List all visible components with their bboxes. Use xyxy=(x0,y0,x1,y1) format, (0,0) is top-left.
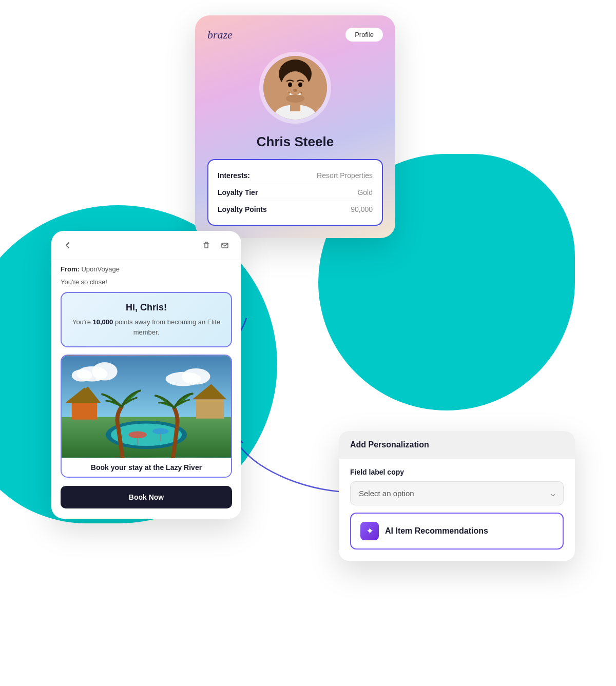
email-image-container: Book your stay at the Lazy River xyxy=(61,355,232,478)
svg-point-13 xyxy=(92,362,117,381)
detail-row-loyalty-tier: Loyalty Tier Gold xyxy=(218,184,373,201)
avatar-container xyxy=(207,52,383,124)
avatar-ring xyxy=(259,52,331,124)
trash-icon[interactable] xyxy=(199,238,214,252)
svg-point-16 xyxy=(182,368,210,385)
select-placeholder-text: Select an option xyxy=(359,489,414,498)
detail-row-interests: Interests: Resort Properties xyxy=(218,167,373,184)
email-hero-section: Hi, Chris! You're 10,000 points away fro… xyxy=(61,292,232,347)
email-body: You're 10,000 points away from becoming … xyxy=(70,317,223,337)
svg-rect-7 xyxy=(290,102,300,111)
avatar xyxy=(263,56,327,120)
email-from: From: UponVoyage xyxy=(51,260,241,278)
profile-button[interactable]: Profile xyxy=(345,28,383,42)
ai-btn-label: AI Item Recommendations xyxy=(385,526,488,536)
svg-point-3 xyxy=(288,83,292,87)
from-label: From: xyxy=(61,265,80,273)
svg-rect-24 xyxy=(196,399,224,419)
svg-point-26 xyxy=(128,431,147,438)
loyalty-points-value: 90,000 xyxy=(351,205,373,213)
email-image-caption: Book your stay at the Lazy River xyxy=(62,458,231,477)
profile-card-header: braze Profile xyxy=(207,28,383,42)
panel-body: Field label copy Select an option ⌵ ✦ AI… xyxy=(339,459,575,561)
email-hero-image xyxy=(62,356,231,458)
loyalty-tier-value: Gold xyxy=(357,188,373,197)
loyalty-tier-label: Loyalty Tier xyxy=(218,188,258,197)
select-dropdown[interactable]: Select an option ⌵ xyxy=(350,481,564,505)
email-body-prefix: You're xyxy=(72,318,93,326)
email-greeting: Hi, Chris! xyxy=(70,302,223,313)
svg-point-8 xyxy=(286,94,304,103)
personalization-panel: Add Personalization Field label copy Sel… xyxy=(339,431,575,561)
ai-sparkle-icon: ✦ xyxy=(360,522,379,540)
mail-icon[interactable] xyxy=(218,238,232,252)
email-toolbar xyxy=(51,231,241,260)
interests-label: Interests: xyxy=(218,171,250,180)
ai-recommendation-button[interactable]: ✦ AI Item Recommendations xyxy=(350,513,564,550)
toolbar-icons-right xyxy=(199,238,232,252)
chevron-down-icon: ⌵ xyxy=(551,489,555,498)
avatar-svg xyxy=(263,56,327,120)
profile-name: Chris Steele xyxy=(207,134,383,150)
interests-value: Resort Properties xyxy=(317,171,373,180)
back-icon[interactable] xyxy=(61,238,75,252)
loyalty-points-label: Loyalty Points xyxy=(218,205,267,213)
panel-header: Add Personalization xyxy=(339,431,575,459)
tropical-scene-svg xyxy=(62,356,231,458)
email-body-suffix: points away from becoming an Elite membe… xyxy=(113,318,220,336)
email-card: From: UponVoyage You're so close! Hi, Ch… xyxy=(51,231,241,519)
profile-details: Interests: Resort Properties Loyalty Tie… xyxy=(207,159,383,226)
svg-rect-20 xyxy=(72,402,97,420)
email-points: 10,000 xyxy=(93,318,113,326)
svg-point-14 xyxy=(72,369,92,382)
field-label: Field label copy xyxy=(350,468,564,476)
email-subject: You're so close! xyxy=(51,278,241,292)
svg-point-5 xyxy=(293,89,297,92)
book-now-button[interactable]: Book Now xyxy=(61,486,232,508)
profile-card: braze Profile xyxy=(195,15,395,238)
svg-point-27 xyxy=(152,428,169,434)
braze-logo: braze xyxy=(207,28,233,42)
detail-row-loyalty-points: Loyalty Points 90,000 xyxy=(218,201,373,218)
from-value: UponVoyage xyxy=(81,265,119,273)
svg-rect-9 xyxy=(222,243,228,248)
svg-point-4 xyxy=(298,83,302,87)
ai-icon-symbol: ✦ xyxy=(366,525,374,537)
